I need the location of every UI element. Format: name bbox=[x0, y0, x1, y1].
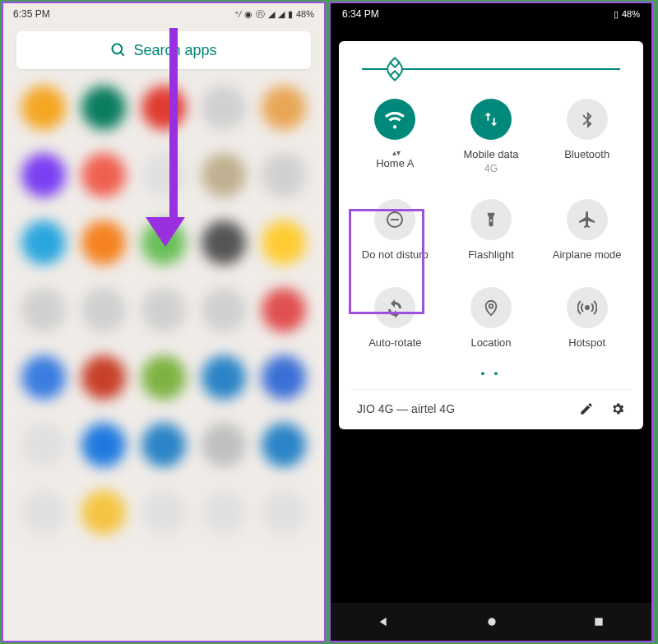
rotate-icon bbox=[374, 287, 415, 328]
airplane-icon bbox=[567, 199, 608, 240]
qs-label: Flashlight bbox=[468, 248, 514, 262]
edit-icon[interactable] bbox=[579, 401, 594, 416]
app-icon[interactable] bbox=[21, 490, 66, 535]
expand-icon: ▴▾ bbox=[392, 148, 401, 157]
qs-label: Do not disturb bbox=[362, 248, 429, 262]
qs-tile-bluetooth[interactable]: Bluetooth bbox=[542, 99, 632, 174]
app-icon[interactable] bbox=[262, 288, 306, 332]
recent-icon[interactable] bbox=[593, 616, 605, 628]
svg-point-0 bbox=[113, 44, 123, 54]
settings-icon[interactable] bbox=[610, 401, 625, 416]
qs-label: Location bbox=[470, 336, 511, 350]
flashlight-icon bbox=[470, 199, 512, 240]
location-icon bbox=[470, 287, 512, 328]
wifi-icon: ◉ bbox=[244, 9, 253, 20]
battery-percent: 48% bbox=[296, 9, 314, 19]
hotspot-icon bbox=[567, 287, 608, 328]
app-icon[interactable] bbox=[262, 355, 306, 400]
app-icon[interactable] bbox=[141, 423, 186, 467]
app-icon[interactable] bbox=[262, 423, 306, 467]
status-icons: ▯ 48% bbox=[614, 9, 640, 20]
svg-line-1 bbox=[121, 53, 124, 56]
app-icon[interactable] bbox=[81, 153, 126, 197]
wifi-icon bbox=[374, 99, 415, 140]
swap-icon bbox=[470, 99, 512, 140]
app-icon[interactable] bbox=[81, 220, 126, 265]
app-icon[interactable] bbox=[141, 490, 186, 535]
app-icon[interactable] bbox=[81, 423, 126, 467]
status-bar: 6:35 PM ⁺⁄ ◉ ⓝ ◢ ◢ ▮ 48% bbox=[3, 3, 324, 25]
app-icon[interactable] bbox=[21, 355, 66, 400]
swipe-down-arrow bbox=[161, 28, 185, 247]
qs-tile-flashlight[interactable]: Flashlight bbox=[447, 199, 536, 262]
app-icon[interactable] bbox=[202, 86, 246, 130]
qs-label: Hotspot bbox=[568, 336, 605, 350]
app-icon[interactable] bbox=[202, 490, 246, 535]
svg-rect-7 bbox=[595, 618, 602, 625]
svg-point-5 bbox=[586, 306, 589, 309]
home-icon[interactable] bbox=[485, 615, 498, 628]
volte-icon: ⁺⁄ bbox=[234, 9, 241, 20]
app-icon[interactable] bbox=[81, 86, 126, 130]
status-icons: ⁺⁄ ◉ ⓝ ◢ ◢ ▮ 48% bbox=[234, 8, 314, 21]
battery-percent: 48% bbox=[622, 9, 640, 19]
app-icon[interactable] bbox=[21, 153, 66, 197]
app-icon[interactable] bbox=[202, 423, 246, 467]
back-icon[interactable] bbox=[378, 615, 391, 628]
app-icon[interactable] bbox=[202, 355, 246, 400]
qs-tile-auto-rotate[interactable]: Auto-rotate bbox=[350, 287, 440, 350]
quick-settings-panel: ▴▾Home AMobile data4GBluetoothDo not dis… bbox=[339, 41, 643, 429]
brightness-thumb-icon[interactable] bbox=[387, 61, 403, 77]
qs-tile-airplane[interactable]: Airplane mode bbox=[542, 199, 632, 262]
qs-tile-wifi[interactable]: ▴▾Home A bbox=[350, 99, 440, 174]
qs-label: Bluetooth bbox=[564, 148, 609, 161]
brightness-slider[interactable] bbox=[362, 61, 620, 77]
qs-label: Home A bbox=[376, 157, 414, 170]
app-icon[interactable] bbox=[81, 288, 126, 332]
svg-point-4 bbox=[489, 303, 494, 308]
app-icon[interactable] bbox=[141, 288, 186, 332]
phone-quick-settings: 6:34 PM ▯ 48% ▴▾Home AMobile data4GBluet… bbox=[329, 2, 653, 642]
svg-point-6 bbox=[488, 618, 495, 625]
app-icon[interactable] bbox=[81, 355, 126, 400]
signal-icon: ◢ bbox=[268, 9, 275, 20]
app-icon[interactable] bbox=[141, 355, 186, 400]
bluetooth-icon bbox=[567, 99, 608, 140]
carrier-text: JIO 4G — airtel 4G bbox=[357, 402, 455, 415]
background-button: TURN ON NOW bbox=[450, 575, 532, 591]
panel-footer: JIO 4G — airtel 4G bbox=[350, 389, 632, 421]
phone-app-drawer: 6:35 PM ⁺⁄ ◉ ⓝ ◢ ◢ ▮ 48% Search apps bbox=[2, 2, 326, 642]
dnd-icon bbox=[374, 199, 415, 240]
battery-icon: ▯ bbox=[614, 9, 619, 20]
app-icon[interactable] bbox=[21, 220, 66, 265]
nfc-icon: ⓝ bbox=[256, 8, 265, 21]
app-icon[interactable] bbox=[262, 220, 306, 265]
app-icon[interactable] bbox=[202, 288, 246, 332]
app-icon[interactable] bbox=[81, 490, 126, 535]
qs-tile-dnd[interactable]: Do not disturb bbox=[350, 199, 440, 262]
android-navbar bbox=[331, 603, 651, 641]
page-indicator: ● ● bbox=[350, 369, 632, 378]
qs-label: Mobile data bbox=[463, 148, 518, 161]
qs-tile-mobile-data[interactable]: Mobile data4G bbox=[447, 99, 536, 174]
app-icon[interactable] bbox=[262, 153, 306, 197]
search-icon bbox=[110, 42, 127, 58]
battery-icon: ▮ bbox=[288, 9, 293, 20]
qs-tile-location[interactable]: Location bbox=[447, 287, 536, 350]
qs-sublabel: 4G bbox=[484, 163, 498, 174]
status-time: 6:34 PM bbox=[342, 8, 379, 20]
app-icon[interactable] bbox=[21, 86, 66, 130]
status-time: 6:35 PM bbox=[13, 8, 50, 20]
app-icon[interactable] bbox=[202, 220, 246, 265]
app-icon[interactable] bbox=[202, 153, 246, 197]
app-icon[interactable] bbox=[21, 288, 66, 332]
qs-tile-hotspot[interactable]: Hotspot bbox=[542, 287, 632, 350]
app-icon[interactable] bbox=[262, 86, 306, 130]
app-icon[interactable] bbox=[262, 490, 306, 535]
app-icon[interactable] bbox=[21, 423, 66, 467]
qs-label: Airplane mode bbox=[553, 248, 622, 262]
status-bar: 6:34 PM ▯ 48% bbox=[331, 3, 651, 25]
quick-settings-grid: ▴▾Home AMobile data4GBluetoothDo not dis… bbox=[350, 99, 632, 350]
qs-label: Auto-rotate bbox=[368, 336, 421, 350]
signal-icon: ◢ bbox=[278, 9, 285, 20]
